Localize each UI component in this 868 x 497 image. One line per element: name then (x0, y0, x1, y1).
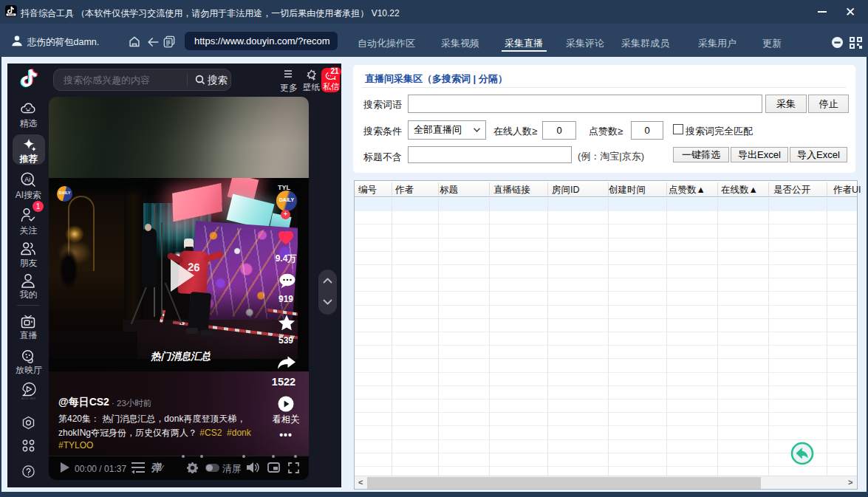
svg-text:Ai: Ai (24, 176, 30, 183)
svg-text:TOOL: TOOL (8, 13, 15, 16)
